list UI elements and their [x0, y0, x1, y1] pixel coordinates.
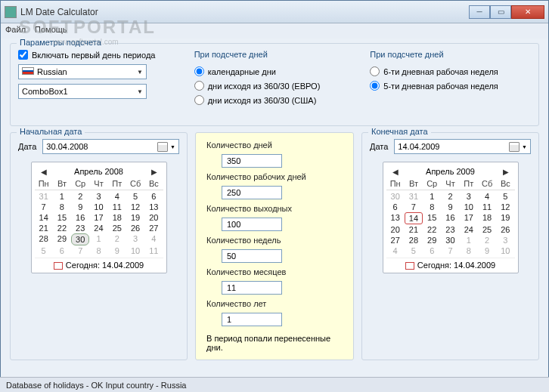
calendar-day[interactable]: 15 — [53, 212, 71, 223]
radio-360-usa[interactable]: дни исходя из 360/30 (США) — [194, 95, 355, 105]
calendar-day[interactable]: 25 — [108, 223, 126, 233]
calendar-day[interactable]: 24 — [460, 224, 478, 235]
calendar-day[interactable]: 11 — [478, 202, 496, 212]
prev-month-button[interactable]: ◀ — [38, 168, 50, 176]
calendar-day[interactable]: 28 — [35, 233, 53, 245]
calendar-day[interactable]: 27 — [386, 235, 405, 245]
calendar-day[interactable]: 21 — [35, 223, 53, 233]
radio-6day-week[interactable]: 6-ти дневная рабочая неделя — [370, 66, 531, 76]
calendar-day[interactable]: 9 — [71, 202, 89, 212]
calendar-day[interactable]: 5 — [496, 191, 514, 202]
calendar-day[interactable]: 19 — [126, 212, 144, 223]
workdays-input[interactable] — [222, 186, 282, 199]
close-button[interactable]: ✕ — [511, 5, 544, 19]
calendar-day[interactable]: 7 — [71, 245, 89, 256]
calendar-day[interactable]: 14 — [35, 212, 53, 223]
radio-360-euro[interactable]: дни исходя из 360/30 (ЕВРО) — [194, 81, 355, 91]
calendar-day[interactable]: 12 — [126, 202, 144, 212]
calendar-day[interactable]: 2 — [441, 191, 459, 202]
holidays-input[interactable] — [222, 218, 282, 231]
end-today-link[interactable]: Сегодня: 14.04.2009 — [386, 258, 515, 270]
calendar-day[interactable]: 4 — [108, 191, 126, 202]
calendar-day[interactable]: 3 — [460, 191, 478, 202]
calendar-day[interactable]: 15 — [423, 212, 441, 224]
calendar-day[interactable]: 4 — [144, 233, 163, 245]
calendar-day[interactable]: 1 — [89, 233, 107, 245]
calendar-day[interactable]: 20 — [144, 212, 163, 223]
calendar-day[interactable]: 8 — [423, 202, 441, 212]
calendar-day[interactable]: 22 — [423, 224, 441, 235]
months-input[interactable] — [222, 281, 282, 295]
calendar-day[interactable]: 26 — [126, 223, 144, 233]
menu-help[interactable]: Помощь — [35, 25, 67, 37]
calendar-day[interactable]: 5 — [126, 191, 144, 202]
calendar-day[interactable]: 3 — [496, 235, 514, 245]
calendar-day[interactable]: 6 — [144, 191, 163, 202]
years-input[interactable] — [222, 313, 282, 326]
calendar-day[interactable]: 21 — [405, 224, 423, 235]
calendar-day[interactable]: 18 — [478, 212, 496, 224]
calendar-day[interactable]: 3 — [126, 233, 144, 245]
calendar-day[interactable]: 12 — [496, 202, 514, 212]
days-input[interactable] — [222, 154, 282, 168]
calendar-day[interactable]: 22 — [53, 223, 71, 233]
calendar-day[interactable]: 2 — [478, 235, 496, 245]
start-date-input[interactable]: 30.04.2008 ▼ — [42, 139, 179, 154]
calendar-day[interactable]: 31 — [405, 191, 423, 202]
calendar-day[interactable]: 29 — [423, 235, 441, 245]
calendar-day[interactable]: 30 — [386, 191, 405, 202]
calendar-day[interactable]: 13 — [386, 212, 405, 224]
combobox1[interactable]: ComboBox1 ▼ — [18, 84, 147, 99]
calendar-day[interactable]: 8 — [460, 245, 478, 256]
calendar-day[interactable]: 17 — [89, 212, 107, 223]
calendar-day[interactable]: 11 — [108, 202, 126, 212]
calendar-day[interactable]: 30 — [71, 233, 89, 245]
calendar-day[interactable]: 1 — [423, 191, 441, 202]
calendar-day[interactable]: 3 — [89, 191, 107, 202]
calendar-day[interactable]: 9 — [441, 202, 459, 212]
calendar-day[interactable]: 26 — [496, 224, 514, 235]
calendar-day[interactable]: 23 — [71, 223, 89, 233]
calendar-day[interactable]: 8 — [89, 245, 107, 256]
calendar-day[interactable]: 17 — [460, 212, 478, 224]
calendar-day[interactable]: 10 — [496, 245, 514, 256]
calendar-day[interactable]: 9 — [108, 245, 126, 256]
calendar-day[interactable]: 16 — [71, 212, 89, 223]
calendar-day[interactable]: 10 — [460, 202, 478, 212]
calendar-day[interactable]: 2 — [71, 191, 89, 202]
next-month-button[interactable]: ▶ — [500, 168, 512, 176]
calendar-day[interactable]: 10 — [126, 245, 144, 256]
calendar-day[interactable]: 23 — [441, 224, 459, 235]
calendar-day[interactable]: 4 — [478, 191, 496, 202]
end-date-input[interactable]: 14.04.2009 ▼ — [394, 139, 531, 154]
calendar-day[interactable]: 1 — [460, 235, 478, 245]
calendar-day[interactable]: 8 — [53, 202, 71, 212]
radio-5day-week[interactable]: 5-ти дневная рабочая неделя — [370, 81, 531, 91]
calendar-day[interactable]: 30 — [441, 235, 459, 245]
start-calendar[interactable]: ◀ Апрель 2008 ▶ ПнВтСрЧтПтСбВс3112345678… — [31, 162, 167, 273]
calendar-day[interactable]: 5 — [405, 245, 423, 256]
calendar-day[interactable]: 25 — [478, 224, 496, 235]
calendar-day[interactable]: 16 — [441, 212, 459, 224]
menu-file[interactable]: Файл — [5, 25, 26, 37]
calendar-day[interactable]: 7 — [441, 245, 459, 256]
calendar-day[interactable]: 14 — [405, 212, 423, 224]
calendar-day[interactable]: 13 — [144, 202, 163, 212]
end-calendar[interactable]: ◀ Апрель 2009 ▶ ПнВтСрЧтПтСбВс3031123456… — [383, 162, 519, 273]
next-month-button[interactable]: ▶ — [148, 168, 160, 176]
calendar-day[interactable]: 4 — [386, 245, 405, 256]
calendar-day[interactable]: 5 — [35, 245, 53, 256]
language-combo[interactable]: Russian ▼ — [18, 64, 147, 79]
calendar-day[interactable]: 6 — [423, 245, 441, 256]
prev-month-button[interactable]: ◀ — [389, 168, 402, 176]
calendar-day[interactable]: 29 — [53, 233, 71, 245]
start-today-link[interactable]: Сегодня: 14.04.2009 — [35, 258, 163, 270]
weeks-input[interactable] — [222, 249, 282, 263]
calendar-day[interactable]: 6 — [53, 245, 71, 256]
calendar-day[interactable]: 7 — [35, 202, 53, 212]
radio-calendar-days[interactable]: календарные дни — [194, 66, 355, 76]
calendar-day[interactable]: 24 — [89, 223, 107, 233]
calendar-day[interactable]: 20 — [386, 224, 405, 235]
calendar-day[interactable]: 10 — [89, 202, 107, 212]
include-first-day-checkbox[interactable]: Включать первый день периода — [18, 50, 179, 60]
